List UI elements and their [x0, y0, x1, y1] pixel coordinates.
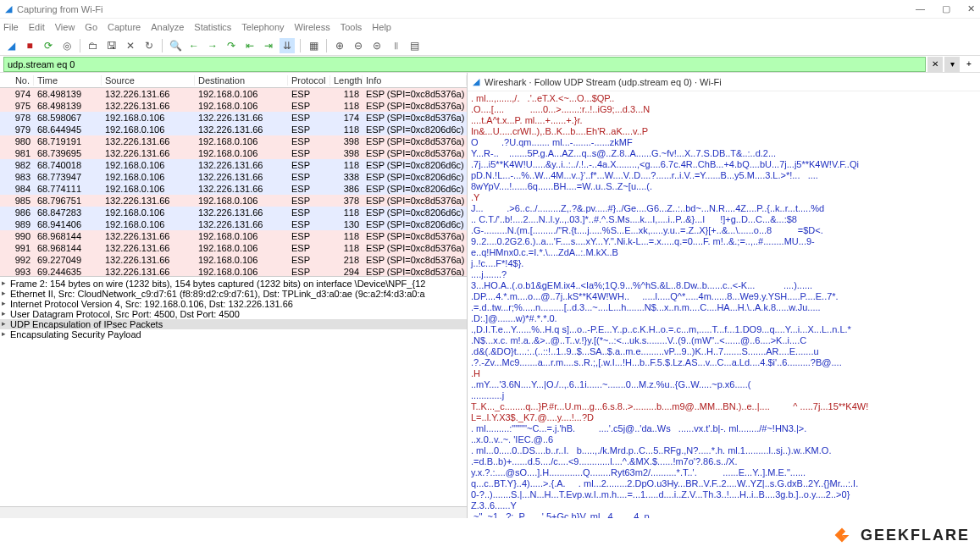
stream-line: ....j.......?	[471, 269, 977, 280]
zoom-reset-icon[interactable]: ⊜	[369, 38, 385, 53]
stop-capture-icon[interactable]: ■	[22, 38, 37, 53]
go-first-icon[interactable]: ⇤	[242, 38, 257, 53]
window-title: Capturing from Wi-Fi	[17, 4, 102, 14]
col-protocol[interactable]: Protocol	[288, 75, 330, 86]
close-file-icon[interactable]: ✕	[123, 38, 138, 53]
table-row[interactable]: 98668.847283192.168.0.106132.226.131.66E…	[0, 207, 467, 218]
table-row[interactable]: 98168.739695132.226.131.66192.168.0.106E…	[0, 147, 467, 159]
follow-stream-title: Wireshark · Follow UDP Stream (udp.strea…	[484, 77, 722, 87]
minimize-button[interactable]: ―	[916, 3, 925, 14]
col-info[interactable]: Info	[363, 75, 467, 86]
restart-capture-icon[interactable]: ⟳	[41, 38, 56, 53]
stream-line: 8wYpV....!......6q......BH....=W..u..S..…	[471, 181, 977, 192]
find-icon[interactable]: 🔍	[168, 38, 183, 53]
stream-line: 9..2....0.2G2.6.)..a...'F....s....xY...Y…	[471, 236, 977, 247]
stream-line: pD.N.!L...-...%..W...4M...v..}'..f*...W.…	[471, 170, 977, 181]
open-file-icon[interactable]: 🗀	[86, 38, 101, 53]
detail-line[interactable]: Frame 2: 154 bytes on wire (1232 bits), …	[0, 279, 467, 289]
filter-add-button[interactable]: +	[961, 57, 977, 72]
menu-tools[interactable]: Tools	[341, 22, 363, 32]
table-row[interactable]: 97468.498139132.226.131.66192.168.0.106E…	[0, 88, 467, 100]
table-row[interactable]: 99068.968144132.226.131.66192.168.0.106E…	[0, 230, 467, 242]
close-button[interactable]: ✕	[967, 3, 975, 14]
jump-icon[interactable]: ↷	[224, 38, 239, 53]
stream-line: q...c..BT.Y}..4).....>.{.A. . ml...2....…	[471, 478, 977, 489]
go-back-icon[interactable]: ←	[186, 38, 202, 53]
table-row[interactable]: 98468.774111192.168.0.106132.226.131.66E…	[0, 183, 467, 195]
detail-line[interactable]: Internet Protocol Version 4, Src: 192.16…	[0, 299, 467, 309]
stream-line: In&...U.....crWI..),.B..K...b....Eh'R..a…	[471, 126, 977, 137]
stream-line: ............j	[471, 390, 977, 401]
stream-line: Z.3..6......Y	[471, 500, 977, 511]
table-row[interactable]: 97968.644945192.168.0.106132.226.131.66E…	[0, 124, 467, 135]
stream-line: .7j...i5**K4W!U.....&y..i..:../.!..-..4a…	[471, 159, 977, 170]
stream-line: . ml.........:""""'~C...=.j.'hB. ....'.c…	[471, 423, 977, 434]
stream-line: .,D.I.T.e...Y......%..H.q s]...o..-P.E..…	[471, 324, 977, 335]
menu-view[interactable]: View	[55, 22, 75, 32]
table-row[interactable]: 99168.968144132.226.131.66192.168.0.106E…	[0, 242, 467, 254]
follow-stream-body[interactable]: . ml...,......,/. .'..eT.X.<~...O...$QP.…	[468, 91, 980, 518]
stream-line: . ml...0.....0..DS....b..r..I. b.....,./…	[471, 445, 977, 456]
col-time[interactable]: Time	[34, 75, 102, 86]
table-row[interactable]: 99269.227049132.226.131.66192.168.0.106E…	[0, 254, 467, 266]
stream-line: .=.d..tw...r;%.....n.........[..d.3...~.…	[471, 302, 977, 313]
menu-help[interactable]: Help	[372, 22, 391, 32]
hscrollbar[interactable]	[0, 506, 467, 518]
table-row[interactable]: 98968.941406192.168.0.106132.226.131.66E…	[0, 218, 467, 230]
stream-line: T..K..._c........q...}P.#r...U.m...g...6…	[471, 401, 977, 412]
col-destination[interactable]: Destination	[195, 75, 288, 86]
layout-icon[interactable]: ▤	[407, 38, 422, 53]
table-row[interactable]: 98368.773947192.168.0.106132.226.131.66E…	[0, 171, 467, 183]
brand-text: GEEKFLARE	[861, 527, 970, 544]
start-capture-icon[interactable]: ◢	[3, 38, 19, 53]
table-row[interactable]: 97568.498139132.226.131.66192.168.0.106E…	[0, 100, 467, 112]
go-last-icon[interactable]: ⇥	[261, 38, 276, 53]
stream-line: ..x.0..v..~. 'IEC.@..6	[471, 434, 977, 445]
menu-statistics[interactable]: Statistics	[194, 22, 231, 32]
colorize-icon[interactable]: ▦	[306, 38, 321, 53]
filter-recent-button[interactable]: ▾	[944, 57, 960, 72]
packet-list[interactable]: No. Time Source Destination Protocol Len…	[0, 73, 467, 276]
col-no[interactable]: No.	[0, 75, 34, 86]
menu-go[interactable]: Go	[85, 22, 97, 32]
zoom-in-icon[interactable]: ⊕	[332, 38, 347, 53]
stream-line: j..!c....F*!4$}.	[471, 258, 977, 269]
menu-wireless[interactable]: Wireless	[295, 22, 330, 32]
menu-edit[interactable]: Edit	[29, 22, 45, 32]
menu-analyze[interactable]: Analyze	[151, 22, 184, 32]
stream-line: O .?U.qm....... ml...-.......-......zkMF	[471, 137, 977, 148]
filter-clear-button[interactable]: ✕	[927, 57, 943, 72]
detail-line[interactable]: Ethernet II, Src: CloudNetwork_c9:d7:61 …	[0, 289, 467, 299]
resize-columns-icon[interactable]: ⫴	[388, 38, 403, 53]
table-row[interactable]: 97868.598067192.168.0.106132.226.131.66E…	[0, 112, 467, 124]
go-forward-icon[interactable]: →	[205, 38, 220, 53]
table-row[interactable]: 98268.740018192.168.0.106132.226.131.66E…	[0, 159, 467, 171]
stream-line: 0-?..).......S.|...N...H...T.Evp.w.I..m.…	[471, 489, 977, 500]
detail-line[interactable]: Encapsulating Security Payload	[0, 329, 467, 339]
zoom-out-icon[interactable]: ⊖	[351, 38, 366, 53]
packet-details[interactable]: Frame 2: 154 bytes on wire (1232 bits), …	[0, 276, 467, 506]
save-icon[interactable]: 🖫	[104, 38, 119, 53]
detail-line[interactable]: UDP Encapsulation of IPsec Packets	[0, 319, 467, 329]
table-row[interactable]: 99369.244635132.226.131.66192.168.0.106E…	[0, 266, 467, 276]
detail-line[interactable]: User Datagram Protocol, Src Port: 4500, …	[0, 309, 467, 319]
stream-line: .H	[471, 368, 977, 379]
stream-line: .=d.B..b)+......d.5..../c....<9.........…	[471, 456, 977, 467]
packet-list-header: No. Time Source Destination Protocol Len…	[0, 73, 467, 88]
menu-bar: FileEditViewGoCaptureAnalyzeStatisticsTe…	[0, 19, 980, 36]
col-length[interactable]: Length	[330, 75, 363, 86]
table-row[interactable]: 98568.796751132.226.131.66192.168.0.106E…	[0, 195, 467, 207]
col-source[interactable]: Source	[102, 75, 195, 86]
display-filter-input[interactable]	[3, 57, 926, 72]
stream-line: .?.-Zv...Mc9.......a...r.m....s..R.;,[.w…	[471, 357, 977, 368]
reload-icon[interactable]: ↻	[141, 38, 157, 53]
table-row[interactable]: 98068.719191132.226.131.66192.168.0.106E…	[0, 135, 467, 147]
stream-line: .O....[.... .....0...>.......:r..!..iG9;…	[471, 104, 977, 115]
maximize-button[interactable]: ▢	[942, 3, 950, 14]
stream-line: y.x.?.:....@sO....].H.............Q.....…	[471, 467, 977, 478]
menu-file[interactable]: File	[3, 22, 19, 32]
menu-telephony[interactable]: Telephony	[241, 22, 284, 32]
options-icon[interactable]: ◎	[59, 38, 75, 53]
autoscroll-icon[interactable]: ⇊	[280, 38, 295, 53]
menu-capture[interactable]: Capture	[108, 22, 141, 32]
